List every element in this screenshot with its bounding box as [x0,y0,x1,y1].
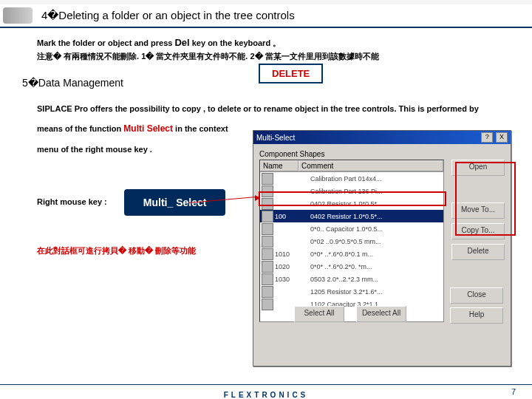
item-icon [262,223,273,235]
close-button[interactable]: Close [450,287,503,304]
help-button[interactable]: Help [450,307,503,324]
item-icon [262,236,273,248]
body-line-1: SIPLACE Pro offers the possibility to co… [37,104,479,113]
list-item[interactable]: 10200*0* ..*.6*0.2*0. *m... [260,260,443,273]
delete-button-graphic: DELETE [259,64,323,83]
page-number: 7 [511,387,516,396]
item-icon [262,185,273,197]
dialog-title-text: Multi-Select [256,134,295,142]
list-item-selected[interactable]: 1000402 Resistor 1.0*0.5*... [260,210,443,222]
col-comment[interactable]: Comment [299,160,443,171]
list-item[interactable]: Calibration Part 014x4... [260,172,443,185]
move-to-button[interactable]: Move To... [451,202,505,219]
note-line: 注意� 有兩種情況不能刪除. 1� 當文件夾里有文件時不能. 2� 當某一文件里… [37,51,502,62]
instruction-line: Mark the folder or object and press Del … [37,37,502,49]
delete-button[interactable]: Delete [451,244,505,260]
multi-select-dialog: Multi-Select ? X Component Shapes Name C… [253,130,511,366]
item-icon [262,261,273,273]
list-item[interactable]: 10100*0* ..*.6*0.8*0.1 m... [260,248,443,260]
help-icon[interactable]: ? [481,132,493,143]
group-label: Component Shapes [259,150,505,158]
item-icon [262,198,273,210]
annotation-arrow-head [255,195,260,201]
open-button[interactable]: Open [451,160,505,176]
listview-header: Name Comment [260,160,443,172]
body-line-2b: in the context [175,124,228,133]
item-icon [262,286,273,298]
select-all-button[interactable]: Select All [294,306,344,322]
copy-to-button[interactable]: Copy To... [451,223,505,239]
list-item[interactable]: 0*02 ..0.9*0.5*0.5 mm... [260,235,443,248]
header-graphic [3,7,33,24]
item-icon [262,211,273,222]
multi-select-button: Multi_ Select [124,189,226,216]
close-icon[interactable]: X [496,132,508,143]
list-item[interactable]: 1205 Resistor 3.2*1.6*... [260,285,443,298]
col-name[interactable]: Name [260,160,299,171]
body-line-3: menu of the right mouse key . [37,145,152,154]
list-item[interactable]: 0*0.. Capacitor 1.0*0.5... [260,222,443,235]
dialog-titlebar: Multi-Select ? X [253,131,511,144]
item-icon [262,299,273,310]
section-4-title: 4�Deleting a folder or an object in the … [41,9,295,22]
listview[interactable]: Name Comment Calibration Part 014x4... C… [259,160,444,322]
list-item[interactable]: 0402 Resistor 1.0*0.5*... [260,197,443,210]
item-icon [262,273,273,285]
item-icon [262,173,273,185]
list-item[interactable]: 10300503 2.0*..2.*2.3 mm... [260,273,443,285]
multi-select-inline: Multi Select [123,123,173,134]
deselect-all-button[interactable]: Deselect All [356,306,406,322]
item-icon [262,248,273,260]
list-item[interactable]: Calibration Part 136 Pi... [260,185,443,197]
body-line-2a: means of the function [37,124,123,133]
header-bar: 4�Deleting a folder or an object in the … [0,4,532,28]
right-key-label: Right mouse key : [37,197,107,205]
footer-brand: FLEXTRONICS [0,384,532,399]
